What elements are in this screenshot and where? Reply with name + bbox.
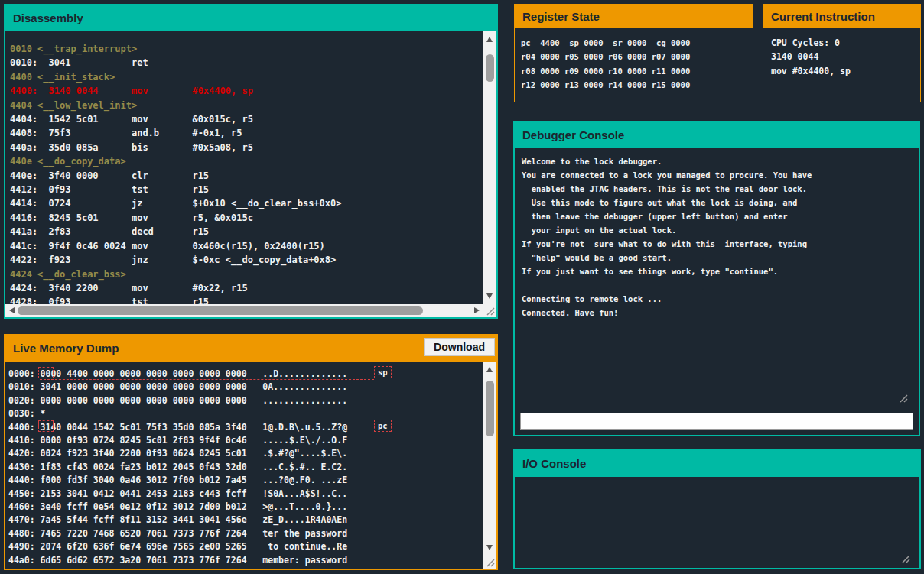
memory-row: 4440: f000 fd3f 3040 0a46 3012 7f00 b012… — [8, 474, 347, 487]
asm-line: 4428: 0f93 tst r15 — [10, 295, 483, 304]
asm-line: 4400 <__init_stack> — [10, 70, 483, 84]
debugger-command-input[interactable] — [520, 413, 913, 430]
register-pointer-label-pc: pc — [374, 420, 392, 432]
asm-line: 440e <__do_copy_data> — [10, 154, 483, 168]
debugger-console-output: Welcome to the lock debugger. You are co… — [522, 154, 903, 319]
current-instruction-title: Current Instruction — [763, 5, 920, 28]
memory-row: 4480: 7465 7220 7468 6520 7061 7373 776f… — [8, 527, 347, 540]
io-console-title: I/O Console — [515, 451, 919, 477]
asm-line: 4404: 1542 5c01 mov &0x015c, r5 — [10, 112, 483, 126]
asm-line: 4404 <__low_level_init> — [10, 99, 483, 112]
scroll-right-icon[interactable] — [474, 307, 480, 313]
memory-row: 4430: 1f83 cf43 0024 fa23 b012 2045 0f43… — [8, 461, 347, 474]
asm-line: 4412: 0f93 tst r15 — [10, 183, 483, 196]
register-state-title: Register State — [515, 5, 753, 28]
resize-corner[interactable] — [483, 556, 496, 569]
asm-line: 4422: f923 jnz $-0xc <__do_copy_data+0x8… — [10, 253, 483, 267]
memory-annotation-anchor — [38, 420, 54, 432]
debugger-console-title: Debugger Console — [515, 122, 919, 148]
scroll-down-icon[interactable] — [486, 545, 493, 550]
disassembly-panel: Disassembly 0010 <__trap_interrupt>0010:… — [4, 4, 498, 319]
debugger-console-panel: Debugger Console Welcome to the lock deb… — [513, 121, 920, 436]
memory-dump-header: Live Memory Dump Download — [5, 336, 496, 362]
scrollbar-thumb[interactable] — [486, 54, 494, 82]
io-console-panel: I/O Console — [513, 449, 921, 569]
current-instruction-panel: Current Instruction CPU Cycles: 0 3140 0… — [763, 4, 921, 102]
resize-grip-icon[interactable] — [901, 553, 910, 562]
memory-row: 0020: 0000 0000 0000 0000 0000 0000 0000… — [8, 394, 347, 407]
disassembly-title: Disassembly — [5, 5, 496, 31]
resize-grip-icon — [486, 559, 495, 567]
memory-row: 4490: 2074 6f20 636f 6e74 696e 7565 2e00… — [8, 540, 347, 553]
memory-annotation-line — [40, 379, 374, 380]
disassembly-listing: 0010 <__trap_interrupt>0010: 3041 ret440… — [10, 42, 483, 304]
scroll-left-icon[interactable] — [9, 307, 15, 313]
register-state-panel: Register State pc 4400 sp 0000 sr 0000 c… — [514, 4, 753, 102]
register-pointer-label-sp: sp — [374, 366, 392, 378]
asm-line: 441c: 9f4f 0c46 0024 mov 0x460c(r15), 0x… — [10, 239, 483, 253]
resize-grip-icon — [486, 307, 495, 316]
register-values: pc 4400 sp 0000 sr 0000 cg 0000 r04 0000… — [515, 28, 753, 92]
scroll-up-icon[interactable] — [486, 37, 493, 42]
memory-row: 4420: 0024 f923 3f40 2200 0f93 0624 8245… — [8, 447, 347, 460]
live-memory-dump-panel: Live Memory Dump Download 0000: 0000 440… — [4, 334, 498, 570]
memory-vertical-scrollbar[interactable] — [483, 362, 496, 556]
asm-line: 4414: 0724 jz $+0x10 <__do_clear_bss+0x0… — [10, 196, 483, 210]
memory-rows: 0000: 0000 4400 0000 0000 0000 0000 0000… — [8, 368, 347, 567]
asm-line: 440e: 3f40 0000 clr r15 — [10, 169, 483, 183]
scroll-up-icon[interactable] — [486, 367, 493, 372]
asm-line: 440a: 35d0 085a bis #0x5a08, r5 — [10, 141, 483, 154]
disassembly-content: 0010 <__trap_interrupt>0010: 3041 ret440… — [5, 31, 496, 317]
current-instruction-text: CPU Cycles: 0 3140 0044 mov #0x4400, sp — [763, 28, 920, 78]
asm-line: 4408: 75f3 and.b #-0x1, r5 — [10, 126, 483, 140]
memory-row: 0010: 3041 0000 0000 0000 0000 0000 0000… — [8, 381, 347, 394]
scrollbar-thumb[interactable] — [18, 306, 423, 315]
memory-row: 4470: 7a45 5f44 fcff 8f11 3152 3441 3041… — [8, 514, 347, 527]
memory-row: 4460: 3e40 fcff 0e54 0e12 0f12 3012 7d00… — [8, 501, 347, 514]
asm-line: 4424: 3f40 2200 mov #0x22, r15 — [10, 281, 483, 295]
asm-line: 4400: 3140 0044 mov #0x4400, sp — [10, 84, 483, 98]
memory-row: 44a0: 6d65 6d62 6572 3a20 7061 7373 776f… — [8, 554, 347, 567]
memory-row: 4450: 2153 3041 0412 0441 2453 2183 c443… — [8, 488, 347, 501]
download-button[interactable]: Download — [424, 338, 495, 356]
memory-dump-content: 0000: 0000 4400 0000 0000 0000 0000 0000… — [5, 362, 496, 569]
asm-line: 0010: 3041 ret — [10, 56, 483, 70]
asm-line: 4424 <__do_clear_bss> — [10, 268, 483, 281]
memory-annotation-anchor — [38, 367, 54, 378]
memory-row: 4410: 0000 0f93 0724 8245 5c01 2f83 9f4f… — [8, 434, 347, 447]
asm-line: 4416: 8245 5c01 mov r5, &0x015c — [10, 211, 483, 225]
asm-line: 0010 <__trap_interrupt> — [10, 42, 483, 56]
resize-grip-icon[interactable] — [899, 392, 908, 401]
memory-dump-title: Live Memory Dump — [13, 342, 119, 355]
asm-line: 441a: 2f83 decd r15 — [10, 225, 483, 238]
scroll-down-icon[interactable] — [486, 293, 493, 299]
resize-corner[interactable] — [483, 304, 496, 317]
disassembly-vertical-scrollbar[interactable] — [483, 31, 496, 304]
scrollbar-thumb[interactable] — [486, 381, 494, 436]
memory-row: 0030: * — [8, 407, 347, 420]
memory-annotation-line — [40, 433, 374, 433]
disassembly-horizontal-scrollbar[interactable] — [5, 304, 483, 317]
